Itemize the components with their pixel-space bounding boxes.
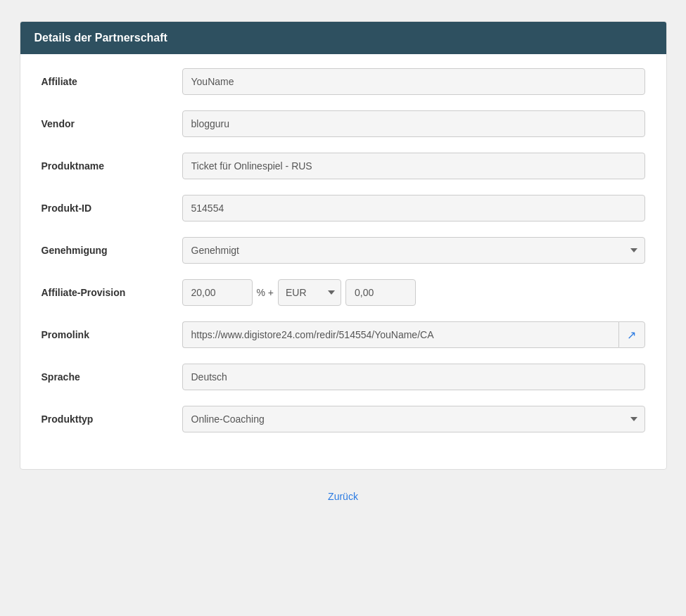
footer: Zurück [20,484,667,509]
produkt-id-input[interactable] [182,195,645,222]
page-wrapper: Details der Partnerschaft Affiliate Vend… [20,21,667,509]
produkttyp-select[interactable]: Online-Coaching Software eBook Seminar [182,406,645,432]
genehmigung-row: Genehmigung Genehmigt Ausstehend Abgeleh… [42,237,645,264]
vendor-input[interactable] [182,110,645,137]
affiliate-label: Affiliate [42,76,182,87]
produkt-id-row: Produkt-ID [42,195,645,222]
produkttyp-row: Produkttyp Online-Coaching Software eBoo… [42,406,645,432]
card-body: Affiliate Vendor Produktname Produkt-ID … [20,54,666,469]
produktname-label: Produktname [42,160,182,172]
genehmigung-select[interactable]: Genehmigt Ausstehend Abgelehnt [182,237,645,264]
promolink-wrapper: ↗ [182,321,645,348]
card-header: Details der Partnerschaft [20,22,666,54]
affiliate-row: Affiliate [42,68,645,95]
produkt-id-label: Produkt-ID [42,203,182,214]
sprache-label: Sprache [42,371,182,383]
provision-symbol: % + [257,287,274,298]
details-card: Details der Partnerschaft Affiliate Vend… [20,21,667,470]
promolink-input[interactable] [182,321,618,348]
sprache-row: Sprache [42,364,645,390]
back-link[interactable]: Zurück [328,491,358,502]
promolink-label: Promolink [42,329,182,340]
vendor-label: Vendor [42,118,182,129]
produktname-input[interactable] [182,153,645,179]
external-link-icon: ↗ [627,328,636,342]
genehmigung-label: Genehmigung [42,245,182,256]
produkttyp-label: Produkttyp [42,413,182,425]
provision-label: Affiliate-Provision [42,287,182,298]
provision-row: Affiliate-Provision % + EUR USD GBP [42,279,645,306]
provision-extra-input[interactable] [345,279,416,306]
vendor-row: Vendor [42,110,645,137]
provision-amount-input[interactable] [182,279,253,306]
produktname-row: Produktname [42,153,645,179]
sprache-input[interactable] [182,364,645,390]
affiliate-input[interactable] [182,68,645,95]
promolink-external-button[interactable]: ↗ [618,321,645,348]
provision-currency-select[interactable]: EUR USD GBP [278,279,341,306]
card-title: Details der Partnerschaft [34,32,167,44]
promolink-row: Promolink ↗ [42,321,645,348]
provision-controls: % + EUR USD GBP [182,279,645,306]
